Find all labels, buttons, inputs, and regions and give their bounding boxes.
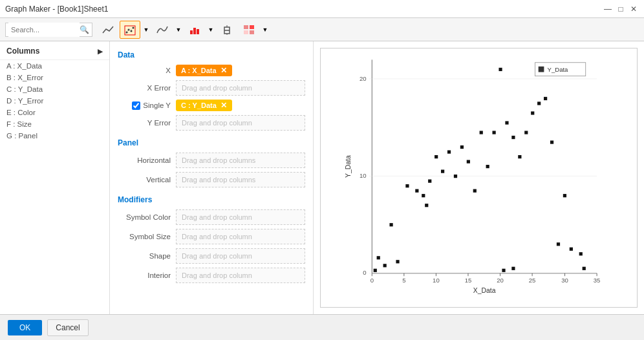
y-error-field-row: Y Error Drag and drop column <box>118 115 305 131</box>
window-title: Graph Maker - [Book1]Sheet1 <box>5 5 108 14</box>
columns-header: Columns ▶ <box>0 41 109 60</box>
chart-heatmap-button[interactable] <box>239 21 259 39</box>
single-y-field-row: Single Y C : Y_Data ✕ <box>118 100 305 111</box>
data-point <box>473 189 477 193</box>
svg-point-3 <box>131 30 133 32</box>
x-tag-close-icon[interactable]: ✕ <box>220 67 227 74</box>
chart-bar-button[interactable] <box>184 21 205 39</box>
chart-container: 0 10 20 0 5 <box>320 48 638 308</box>
ok-button[interactable]: OK <box>8 320 42 335</box>
single-y-text: Single Y <box>143 101 171 109</box>
svg-rect-5 <box>190 30 193 34</box>
search-icon: 🔍 <box>80 25 89 34</box>
svg-rect-7 <box>197 29 199 34</box>
svg-text:25: 25 <box>529 277 536 284</box>
single-y-checkbox[interactable] <box>132 101 140 110</box>
svg-text:10: 10 <box>360 172 367 179</box>
x-error-drop-zone[interactable]: Drag and drop column <box>176 80 305 96</box>
chart-btn-dropdown3[interactable]: ▼ <box>206 21 215 39</box>
cancel-button[interactable]: Cancel <box>47 319 88 336</box>
chart-btn-dropdown4[interactable]: ▼ <box>261 21 270 39</box>
columns-panel: Columns ▶ A : X_DataB : X_ErrorC : Y_Dat… <box>0 41 110 314</box>
horizontal-drop-zone[interactable]: Drag and drop columns <box>176 153 305 168</box>
data-point <box>383 264 387 267</box>
scatter-chart: 0 10 20 0 5 <box>321 48 637 307</box>
columns-title: Columns <box>6 47 39 56</box>
x-data-tag[interactable]: A : X_Data ✕ <box>176 65 232 76</box>
vertical-value: Drag and drop columns <box>176 172 305 187</box>
svg-text:20: 20 <box>360 75 367 82</box>
svg-rect-13 <box>250 25 254 29</box>
data-point <box>505 121 508 124</box>
column-item-c[interactable]: C : Y_Data <box>0 83 109 95</box>
svg-rect-15 <box>250 30 254 34</box>
column-item-f[interactable]: F : Size <box>0 118 109 130</box>
search-input[interactable] <box>8 23 80 37</box>
data-point <box>518 155 521 158</box>
data-point <box>415 189 418 193</box>
shape-value: Drag and drop column <box>176 248 305 264</box>
minimize-button[interactable]: — <box>603 4 613 14</box>
data-point <box>531 111 534 114</box>
horizontal-value: Drag and drop columns <box>176 153 305 168</box>
y-error-value: Drag and drop column <box>176 115 305 131</box>
data-point <box>583 267 586 270</box>
chart-scatter-button[interactable] <box>120 21 140 39</box>
data-point <box>428 180 431 183</box>
x-field-row: X A : X_Data ✕ <box>118 65 305 76</box>
chart-line-button[interactable] <box>98 21 118 39</box>
data-point <box>425 204 428 207</box>
column-item-g[interactable]: G : Panel <box>0 130 109 142</box>
symbol-color-row: Symbol Color Drag and drop column <box>118 209 305 225</box>
data-point <box>396 260 399 263</box>
symbol-color-drop-zone[interactable]: Drag and drop column <box>176 209 305 225</box>
data-point <box>435 155 438 158</box>
main-container: 🔍 ▼ ▼ <box>0 18 644 340</box>
column-item-a[interactable]: A : X_Data <box>0 60 109 72</box>
symbol-color-value: Drag and drop column <box>176 209 305 225</box>
chart-smooth-button[interactable] <box>152 21 173 39</box>
data-point <box>524 131 528 134</box>
maximize-button[interactable]: □ <box>616 4 626 14</box>
data-point <box>511 267 515 270</box>
interior-drop-zone[interactable]: Drag and drop column <box>176 268 305 283</box>
single-y-label: Single Y <box>118 101 176 110</box>
data-points <box>374 68 586 272</box>
symbol-color-label: Symbol Color <box>118 213 176 221</box>
column-item-e[interactable]: E : Color <box>0 107 109 118</box>
y-data-tag[interactable]: C : Y_Data ✕ <box>176 100 232 111</box>
horizontal-field-row: Horizontal Drag and drop columns <box>118 153 305 168</box>
data-section-title: Data <box>118 50 305 59</box>
symbol-size-drop-zone[interactable]: Drag and drop column <box>176 229 305 244</box>
data-point <box>377 256 380 259</box>
y-tag-close-icon[interactable]: ✕ <box>220 101 227 109</box>
svg-text:0: 0 <box>363 269 366 276</box>
y-error-label: Y Error <box>118 119 176 127</box>
svg-text:15: 15 <box>465 277 472 284</box>
svg-text:5: 5 <box>402 277 405 284</box>
shape-row: Shape Drag and drop column <box>118 248 305 264</box>
x-value: A : X_Data ✕ <box>176 65 305 76</box>
column-item-d[interactable]: D : Y_Error <box>0 95 109 107</box>
data-point <box>389 223 392 226</box>
data-point <box>579 252 583 255</box>
svg-point-4 <box>133 27 134 28</box>
column-item-b[interactable]: B : X_Error <box>0 72 109 83</box>
chart-btn-dropdown2[interactable]: ▼ <box>174 21 183 39</box>
svg-text:X_Data: X_Data <box>473 287 496 294</box>
data-point <box>557 242 560 246</box>
data-point <box>460 145 464 149</box>
title-bar: Graph Maker - [Book1]Sheet1 — □ ✕ <box>0 0 644 18</box>
svg-rect-43 <box>539 67 544 72</box>
close-button[interactable]: ✕ <box>628 4 639 14</box>
y-value: C : Y_Data ✕ <box>176 100 305 111</box>
data-point <box>537 101 541 105</box>
x-error-label: X Error <box>118 84 176 92</box>
footer: OK Cancel <box>0 314 644 340</box>
data-point <box>511 136 515 139</box>
y-error-drop-zone[interactable]: Drag and drop column <box>176 115 305 131</box>
shape-drop-zone[interactable]: Drag and drop column <box>176 248 305 264</box>
chart-box-button[interactable] <box>217 21 237 39</box>
vertical-drop-zone[interactable]: Drag and drop columns <box>176 172 305 187</box>
chart-btn-dropdown1[interactable]: ▼ <box>142 21 151 39</box>
